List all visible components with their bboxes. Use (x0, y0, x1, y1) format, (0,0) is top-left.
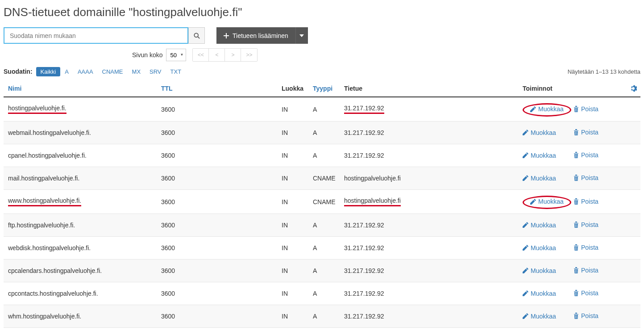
table-row: cpcalendars.hostingpalveluohje.fi. 3600 … (4, 260, 640, 282)
delete-link[interactable]: Poista (573, 105, 598, 113)
add-record-dropdown[interactable] (295, 27, 308, 44)
edit-link[interactable]: Muokkaa (523, 175, 556, 182)
cell-tyyppi: A (309, 144, 341, 167)
edit-link[interactable]: Muokkaa (523, 129, 556, 136)
delete-link[interactable]: Poista (573, 129, 598, 136)
cell-nimi: whm.hostingpalveluohje.fi. (4, 305, 158, 328)
cell-actions: Muokkaa Poista (519, 260, 640, 282)
cell-actions: Muokkaa Poista (519, 214, 640, 237)
delete-label: Poista (581, 267, 598, 274)
table-row: webdisk.hostingpalveluohje.fi. 3600 IN A… (4, 237, 640, 260)
delete-label: Poista (581, 289, 598, 297)
trash-icon (573, 106, 579, 112)
cell-luokka: IN (278, 144, 309, 167)
page-size-select[interactable]: 50 (166, 49, 186, 61)
search-input[interactable] (4, 27, 188, 44)
cell-tietue: 31.217.192.92 (341, 237, 519, 260)
edit-label: Muokkaa (531, 267, 556, 274)
pager-last[interactable]: >> (241, 49, 257, 61)
cell-tyyppi: A (309, 214, 341, 237)
filter-kaikki[interactable]: Kaikki (36, 67, 61, 76)
cell-tyyppi: A (309, 260, 341, 282)
pencil-icon (523, 268, 528, 273)
pencil-icon (523, 175, 528, 181)
edit-label: Muokkaa (531, 129, 556, 136)
delete-label: Poista (581, 221, 598, 228)
pencil-icon (523, 222, 528, 228)
filter-txt[interactable]: TXT (166, 67, 186, 76)
dns-table: Nimi TTL Luokka Tyyppi Tietue Toiminnot … (4, 80, 640, 328)
cell-nimi: webdisk.hostingpalveluohje.fi. (4, 237, 158, 260)
edit-link[interactable]: Muokkaa (523, 244, 556, 251)
filter-srv[interactable]: SRV (145, 67, 166, 76)
pencil-icon (523, 130, 528, 135)
cell-nimi: ftp.hostingpalveluohje.fi. (4, 214, 158, 237)
cell-nimi: cpcalendars.hostingpalveluohje.fi. (4, 260, 158, 282)
cell-tietue: 31.217.192.92 (341, 144, 519, 167)
cell-tietue: hostingpalveluohje.fi (341, 167, 519, 190)
edit-link[interactable]: Muokkaa (523, 152, 556, 159)
delete-link[interactable]: Poista (573, 151, 598, 159)
table-row: cpcontacts.hostingpalveluohje.fi. 3600 I… (4, 282, 640, 305)
search-button[interactable] (188, 27, 205, 44)
delete-link[interactable]: Poista (573, 221, 598, 228)
cell-actions: Muokkaa Poista (519, 305, 640, 328)
col-nimi[interactable]: Nimi (4, 80, 158, 97)
page-size-label: Sivun koko (132, 51, 162, 59)
table-row: www.hostingpalveluohje.fi. 3600 IN CNAME… (4, 190, 640, 214)
cell-luokka: IN (278, 167, 309, 190)
cell-tietue: 31.217.192.92 (341, 214, 519, 237)
search-icon (194, 33, 200, 39)
filter-mx[interactable]: MX (128, 67, 145, 76)
pencil-icon (523, 313, 528, 319)
delete-label: Poista (581, 129, 598, 136)
cell-ttl: 3600 (158, 122, 278, 144)
col-ttl[interactable]: TTL (158, 80, 278, 97)
cell-luokka: IN (278, 260, 309, 282)
add-record-button[interactable]: Tietueen lisääminen (216, 27, 295, 44)
cell-nimi: webmail.hostingpalveluohje.fi. (4, 122, 158, 144)
delete-link[interactable]: Poista (573, 174, 598, 181)
delete-link[interactable]: Poista (573, 198, 598, 205)
table-row: whm.hostingpalveluohje.fi. 3600 IN A 31.… (4, 305, 640, 328)
cell-tietue: 31.217.192.92 (341, 260, 519, 282)
delete-label: Poista (581, 198, 598, 205)
delete-link[interactable]: Poista (573, 289, 598, 297)
trash-icon (573, 198, 579, 205)
filter-cname[interactable]: CNAME (98, 67, 128, 76)
cell-ttl: 3600 (158, 190, 278, 214)
pager-next[interactable]: > (225, 49, 241, 61)
edit-link[interactable]: Muokkaa (523, 222, 556, 229)
table-row: hostingpalveluohje.fi. 3600 IN A 31.217.… (4, 97, 640, 122)
delete-link[interactable]: Poista (573, 312, 598, 319)
result-count: Näytetään 1–13 13 kohdetta (568, 68, 640, 75)
cell-ttl: 3600 (158, 282, 278, 305)
cell-actions: Muokkaa Poista (519, 190, 640, 214)
delete-link[interactable]: Poista (573, 244, 598, 251)
delete-link[interactable]: Poista (573, 267, 598, 274)
pager-first[interactable]: << (193, 49, 209, 61)
cell-ttl: 3600 (158, 260, 278, 282)
col-tyyppi[interactable]: Tyyppi (309, 80, 341, 97)
cell-nimi: hostingpalveluohje.fi. (4, 97, 158, 122)
edit-link[interactable]: Muokkaa (523, 267, 556, 274)
cell-luokka: IN (278, 190, 309, 214)
delete-label: Poista (581, 174, 598, 181)
cell-tietue: 31.217.192.92 (341, 97, 519, 122)
edit-label: Muokkaa (531, 290, 556, 297)
edit-link[interactable]: Muokkaa (530, 105, 564, 113)
delete-label: Poista (581, 244, 598, 251)
filter-aaaa[interactable]: AAAA (73, 67, 98, 76)
edit-link[interactable]: Muokkaa (530, 198, 564, 205)
pager-prev[interactable]: < (209, 49, 225, 61)
trash-icon (573, 290, 579, 296)
trash-icon (573, 313, 579, 319)
edit-label: Muokkaa (531, 313, 556, 320)
edit-link[interactable]: Muokkaa (523, 290, 556, 297)
edit-link[interactable]: Muokkaa (523, 313, 556, 320)
filter-a[interactable]: A (60, 67, 73, 76)
svg-point-0 (194, 33, 198, 37)
pencil-icon (523, 245, 528, 251)
add-record-label: Tietueen lisääminen (233, 32, 288, 39)
settings-gear[interactable] (626, 80, 640, 97)
